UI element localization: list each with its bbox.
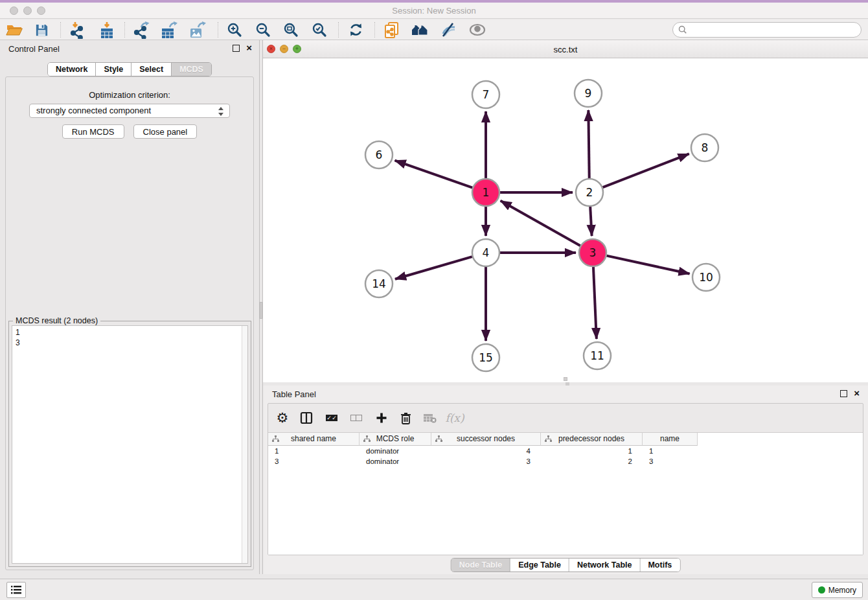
header-filler: [698, 433, 863, 446]
export-table-icon[interactable]: [159, 20, 179, 40]
column-type-icon: [435, 435, 442, 443]
graph-edge-2-3[interactable]: [590, 207, 591, 236]
column-type-icon: [363, 435, 371, 443]
trash-icon[interactable]: [395, 408, 416, 428]
graph-node-8[interactable]: 8: [691, 134, 718, 161]
tab-network-table[interactable]: Network Table: [569, 559, 641, 571]
mcds-result-title: MCDS result (2 nodes): [13, 316, 100, 325]
graph-node-11[interactable]: 11: [584, 342, 611, 369]
graph-node-9[interactable]: 9: [575, 80, 602, 107]
graph-node-3[interactable]: 3: [579, 239, 606, 266]
graph-edge-2-9[interactable]: [588, 110, 589, 178]
network-view-window: × − + scc.txt 1234678910111415: [263, 40, 868, 382]
float-panel-icon[interactable]: [840, 390, 847, 397]
search-field[interactable]: [672, 22, 862, 38]
network-window-titlebar: × − + scc.txt: [263, 40, 868, 58]
graph-edge-2-8[interactable]: [603, 154, 689, 187]
graphics-details-icon[interactable]: [438, 20, 459, 40]
toolbar-separator: [124, 22, 125, 38]
mcds-result-textarea[interactable]: 13: [12, 325, 248, 564]
close-panel-button[interactable]: Close panel: [133, 124, 198, 139]
close-panel-icon[interactable]: ×: [246, 42, 252, 54]
graph-node-1[interactable]: 1: [472, 179, 499, 206]
zoom-selected-icon[interactable]: [309, 20, 330, 40]
close-panel-icon[interactable]: ×: [854, 387, 860, 399]
cell-shared-name[interactable]: 1: [268, 446, 360, 456]
svg-text:9: 9: [585, 87, 592, 100]
select-all-icon[interactable]: ✓ ✓: [321, 408, 342, 428]
result-scrollbar[interactable]: [242, 326, 247, 563]
tab-network[interactable]: Network: [48, 63, 96, 76]
tab-style[interactable]: Style: [96, 63, 131, 76]
zoom-fit-icon[interactable]: [280, 20, 301, 40]
graph-edge-3-11[interactable]: [593, 267, 597, 339]
result-line: 3: [16, 338, 244, 348]
split-panel-icon[interactable]: [296, 408, 317, 428]
memory-status-icon: [818, 586, 825, 594]
graph-edge-3-10[interactable]: [606, 256, 689, 274]
column-header-mcds-role[interactable]: MCDS role: [360, 433, 431, 446]
graph-node-2[interactable]: 2: [576, 179, 603, 206]
splitter-grip[interactable]: [260, 302, 262, 319]
run-mcds-button[interactable]: Run MCDS: [62, 124, 124, 139]
task-list-button[interactable]: [6, 582, 26, 598]
open-file-icon[interactable]: [4, 20, 25, 40]
column-header-name[interactable]: name: [643, 433, 698, 446]
optimization-criterion-select[interactable]: strongly connected component: [29, 104, 230, 118]
column-settings-icon[interactable]: ⚙: [272, 408, 293, 428]
import-network-icon[interactable]: [67, 20, 87, 40]
tab-node-table[interactable]: Node Table: [451, 559, 510, 571]
graph-node-7[interactable]: 7: [472, 81, 499, 108]
apply-layout-icon[interactable]: [345, 20, 366, 40]
tab-motifs[interactable]: Motifs: [640, 559, 680, 571]
home-icon[interactable]: [409, 20, 430, 40]
column-header-successor-nodes[interactable]: successor nodes: [431, 433, 541, 446]
column-header-predecessor-nodes[interactable]: predecessor nodes: [541, 433, 643, 446]
cell-predecessor-nodes[interactable]: 1: [541, 446, 643, 456]
svg-text:3: 3: [589, 246, 597, 259]
cell-name[interactable]: 1: [643, 446, 698, 456]
cell-predecessor-nodes[interactable]: 2: [541, 456, 643, 467]
search-input[interactable]: [691, 24, 861, 36]
export-network-icon[interactable]: [131, 20, 152, 40]
column-header-shared-name[interactable]: shared name: [268, 433, 360, 446]
graph-node-4[interactable]: 4: [472, 239, 499, 266]
cell-successor-nodes[interactable]: 4: [431, 446, 541, 456]
eye-icon[interactable]: [467, 20, 488, 40]
graph-edge-3-1[interactable]: [501, 201, 580, 246]
network-canvas[interactable]: 1234678910111415: [263, 58, 868, 382]
table-row[interactable]: 3 dominator 3 2 3: [268, 456, 863, 467]
criterion-value: strongly connected component: [36, 106, 151, 115]
clone-network-icon[interactable]: [381, 20, 402, 40]
graph-node-14[interactable]: 14: [365, 270, 393, 297]
zoom-in-icon[interactable]: [224, 20, 245, 40]
tab-edge-table[interactable]: Edge Table: [510, 559, 569, 571]
table-row[interactable]: 1 dominator 4 1 1: [268, 446, 863, 456]
tab-mcds[interactable]: MCDS: [172, 63, 211, 76]
mcds-result-group: MCDS result (2 nodes) 13: [8, 321, 251, 567]
graph-edge-4-14[interactable]: [395, 257, 472, 279]
export-image-icon[interactable]: [187, 20, 208, 40]
float-panel-icon[interactable]: [233, 45, 240, 52]
canvas-resize-handle[interactable]: [564, 377, 567, 381]
optimization-criterion-label: Optimization criterion:: [6, 90, 253, 100]
graph-node-6[interactable]: 6: [365, 141, 393, 168]
graph-edge-1-6[interactable]: [395, 161, 473, 188]
cell-name[interactable]: 3: [643, 456, 698, 467]
graph-node-15[interactable]: 15: [472, 344, 499, 371]
node-table: shared name MCDS role successor nodes pr…: [268, 432, 863, 555]
svg-text:10: 10: [699, 271, 713, 284]
cell-mcds-role[interactable]: dominator: [360, 446, 431, 456]
tab-select[interactable]: Select: [131, 63, 172, 76]
save-session-icon[interactable]: [31, 20, 52, 40]
add-row-icon[interactable]: [371, 408, 392, 428]
cell-successor-nodes[interactable]: 3: [431, 456, 541, 467]
svg-text:6: 6: [376, 148, 383, 161]
import-table-icon[interactable]: [97, 20, 117, 40]
memory-button[interactable]: Memory: [812, 582, 863, 598]
zoom-out-icon[interactable]: [253, 20, 273, 40]
cell-shared-name[interactable]: 3: [268, 456, 360, 467]
deselect-all-icon[interactable]: [346, 408, 367, 428]
cell-mcds-role[interactable]: dominator: [360, 456, 431, 467]
graph-node-10[interactable]: 10: [692, 264, 720, 291]
